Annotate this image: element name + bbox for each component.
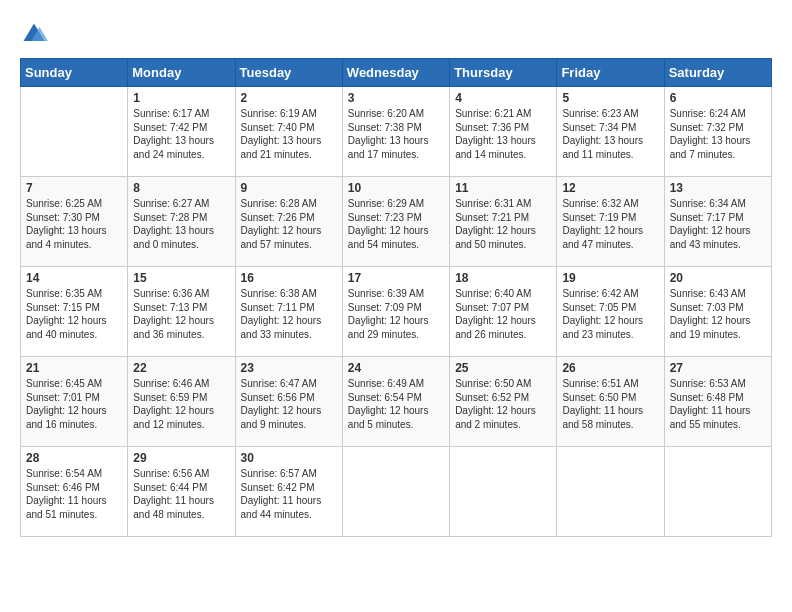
day-info: Sunrise: 6:53 AM Sunset: 6:48 PM Dayligh… <box>670 377 766 431</box>
day-cell <box>342 447 449 537</box>
day-cell: 13Sunrise: 6:34 AM Sunset: 7:17 PM Dayli… <box>664 177 771 267</box>
day-cell: 9Sunrise: 6:28 AM Sunset: 7:26 PM Daylig… <box>235 177 342 267</box>
day-cell: 21Sunrise: 6:45 AM Sunset: 7:01 PM Dayli… <box>21 357 128 447</box>
day-cell: 28Sunrise: 6:54 AM Sunset: 6:46 PM Dayli… <box>21 447 128 537</box>
header-monday: Monday <box>128 59 235 87</box>
day-cell: 5Sunrise: 6:23 AM Sunset: 7:34 PM Daylig… <box>557 87 664 177</box>
logo <box>20 20 52 48</box>
day-number: 16 <box>241 271 337 285</box>
day-cell: 12Sunrise: 6:32 AM Sunset: 7:19 PM Dayli… <box>557 177 664 267</box>
day-number: 8 <box>133 181 229 195</box>
day-cell: 10Sunrise: 6:29 AM Sunset: 7:23 PM Dayli… <box>342 177 449 267</box>
day-number: 29 <box>133 451 229 465</box>
week-row-3: 21Sunrise: 6:45 AM Sunset: 7:01 PM Dayli… <box>21 357 772 447</box>
day-info: Sunrise: 6:24 AM Sunset: 7:32 PM Dayligh… <box>670 107 766 161</box>
day-number: 6 <box>670 91 766 105</box>
day-info: Sunrise: 6:46 AM Sunset: 6:59 PM Dayligh… <box>133 377 229 431</box>
day-info: Sunrise: 6:56 AM Sunset: 6:44 PM Dayligh… <box>133 467 229 521</box>
header-tuesday: Tuesday <box>235 59 342 87</box>
day-info: Sunrise: 6:38 AM Sunset: 7:11 PM Dayligh… <box>241 287 337 341</box>
day-number: 2 <box>241 91 337 105</box>
day-number: 11 <box>455 181 551 195</box>
day-cell <box>450 447 557 537</box>
day-number: 1 <box>133 91 229 105</box>
day-info: Sunrise: 6:50 AM Sunset: 6:52 PM Dayligh… <box>455 377 551 431</box>
day-info: Sunrise: 6:17 AM Sunset: 7:42 PM Dayligh… <box>133 107 229 161</box>
day-number: 7 <box>26 181 122 195</box>
day-info: Sunrise: 6:39 AM Sunset: 7:09 PM Dayligh… <box>348 287 444 341</box>
day-cell: 18Sunrise: 6:40 AM Sunset: 7:07 PM Dayli… <box>450 267 557 357</box>
day-info: Sunrise: 6:25 AM Sunset: 7:30 PM Dayligh… <box>26 197 122 251</box>
day-cell <box>664 447 771 537</box>
day-info: Sunrise: 6:36 AM Sunset: 7:13 PM Dayligh… <box>133 287 229 341</box>
header-sunday: Sunday <box>21 59 128 87</box>
day-number: 24 <box>348 361 444 375</box>
day-info: Sunrise: 6:47 AM Sunset: 6:56 PM Dayligh… <box>241 377 337 431</box>
day-cell: 7Sunrise: 6:25 AM Sunset: 7:30 PM Daylig… <box>21 177 128 267</box>
day-number: 23 <box>241 361 337 375</box>
day-number: 14 <box>26 271 122 285</box>
day-cell: 4Sunrise: 6:21 AM Sunset: 7:36 PM Daylig… <box>450 87 557 177</box>
day-cell: 25Sunrise: 6:50 AM Sunset: 6:52 PM Dayli… <box>450 357 557 447</box>
day-number: 3 <box>348 91 444 105</box>
day-number: 4 <box>455 91 551 105</box>
day-number: 5 <box>562 91 658 105</box>
day-number: 20 <box>670 271 766 285</box>
day-cell: 11Sunrise: 6:31 AM Sunset: 7:21 PM Dayli… <box>450 177 557 267</box>
day-info: Sunrise: 6:28 AM Sunset: 7:26 PM Dayligh… <box>241 197 337 251</box>
day-number: 25 <box>455 361 551 375</box>
day-cell: 30Sunrise: 6:57 AM Sunset: 6:42 PM Dayli… <box>235 447 342 537</box>
logo-icon <box>20 20 48 48</box>
day-info: Sunrise: 6:45 AM Sunset: 7:01 PM Dayligh… <box>26 377 122 431</box>
day-info: Sunrise: 6:29 AM Sunset: 7:23 PM Dayligh… <box>348 197 444 251</box>
day-info: Sunrise: 6:20 AM Sunset: 7:38 PM Dayligh… <box>348 107 444 161</box>
day-cell: 27Sunrise: 6:53 AM Sunset: 6:48 PM Dayli… <box>664 357 771 447</box>
day-number: 21 <box>26 361 122 375</box>
day-cell: 16Sunrise: 6:38 AM Sunset: 7:11 PM Dayli… <box>235 267 342 357</box>
day-cell: 1Sunrise: 6:17 AM Sunset: 7:42 PM Daylig… <box>128 87 235 177</box>
day-cell: 24Sunrise: 6:49 AM Sunset: 6:54 PM Dayli… <box>342 357 449 447</box>
header-friday: Friday <box>557 59 664 87</box>
day-info: Sunrise: 6:51 AM Sunset: 6:50 PM Dayligh… <box>562 377 658 431</box>
day-cell: 14Sunrise: 6:35 AM Sunset: 7:15 PM Dayli… <box>21 267 128 357</box>
header-saturday: Saturday <box>664 59 771 87</box>
day-info: Sunrise: 6:21 AM Sunset: 7:36 PM Dayligh… <box>455 107 551 161</box>
day-cell <box>557 447 664 537</box>
day-number: 9 <box>241 181 337 195</box>
day-cell: 8Sunrise: 6:27 AM Sunset: 7:28 PM Daylig… <box>128 177 235 267</box>
day-number: 17 <box>348 271 444 285</box>
day-cell: 29Sunrise: 6:56 AM Sunset: 6:44 PM Dayli… <box>128 447 235 537</box>
day-number: 19 <box>562 271 658 285</box>
day-info: Sunrise: 6:35 AM Sunset: 7:15 PM Dayligh… <box>26 287 122 341</box>
week-row-4: 28Sunrise: 6:54 AM Sunset: 6:46 PM Dayli… <box>21 447 772 537</box>
day-number: 30 <box>241 451 337 465</box>
day-number: 15 <box>133 271 229 285</box>
day-number: 27 <box>670 361 766 375</box>
day-cell: 19Sunrise: 6:42 AM Sunset: 7:05 PM Dayli… <box>557 267 664 357</box>
day-info: Sunrise: 6:34 AM Sunset: 7:17 PM Dayligh… <box>670 197 766 251</box>
day-cell: 15Sunrise: 6:36 AM Sunset: 7:13 PM Dayli… <box>128 267 235 357</box>
day-number: 22 <box>133 361 229 375</box>
day-cell: 17Sunrise: 6:39 AM Sunset: 7:09 PM Dayli… <box>342 267 449 357</box>
day-info: Sunrise: 6:42 AM Sunset: 7:05 PM Dayligh… <box>562 287 658 341</box>
day-cell: 23Sunrise: 6:47 AM Sunset: 6:56 PM Dayli… <box>235 357 342 447</box>
day-info: Sunrise: 6:32 AM Sunset: 7:19 PM Dayligh… <box>562 197 658 251</box>
day-number: 26 <box>562 361 658 375</box>
day-info: Sunrise: 6:43 AM Sunset: 7:03 PM Dayligh… <box>670 287 766 341</box>
day-cell: 3Sunrise: 6:20 AM Sunset: 7:38 PM Daylig… <box>342 87 449 177</box>
day-info: Sunrise: 6:40 AM Sunset: 7:07 PM Dayligh… <box>455 287 551 341</box>
day-number: 12 <box>562 181 658 195</box>
day-cell <box>21 87 128 177</box>
day-number: 10 <box>348 181 444 195</box>
day-info: Sunrise: 6:49 AM Sunset: 6:54 PM Dayligh… <box>348 377 444 431</box>
header-thursday: Thursday <box>450 59 557 87</box>
day-cell: 6Sunrise: 6:24 AM Sunset: 7:32 PM Daylig… <box>664 87 771 177</box>
day-cell: 22Sunrise: 6:46 AM Sunset: 6:59 PM Dayli… <box>128 357 235 447</box>
day-info: Sunrise: 6:31 AM Sunset: 7:21 PM Dayligh… <box>455 197 551 251</box>
page-header <box>20 20 772 48</box>
day-info: Sunrise: 6:23 AM Sunset: 7:34 PM Dayligh… <box>562 107 658 161</box>
week-row-1: 7Sunrise: 6:25 AM Sunset: 7:30 PM Daylig… <box>21 177 772 267</box>
week-row-0: 1Sunrise: 6:17 AM Sunset: 7:42 PM Daylig… <box>21 87 772 177</box>
day-cell: 20Sunrise: 6:43 AM Sunset: 7:03 PM Dayli… <box>664 267 771 357</box>
day-info: Sunrise: 6:57 AM Sunset: 6:42 PM Dayligh… <box>241 467 337 521</box>
